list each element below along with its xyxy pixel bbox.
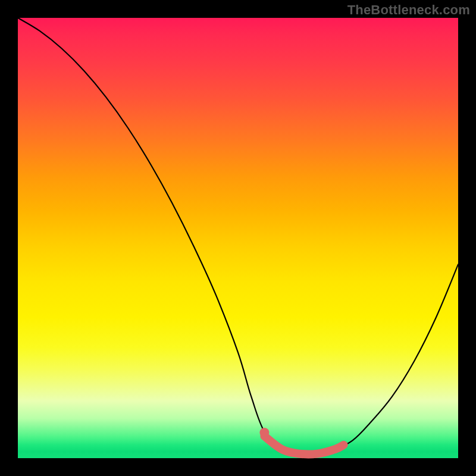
chart-frame: TheBottleneck.com — [0, 0, 476, 476]
plot-area — [18, 18, 458, 458]
optimal-zone-start-dot — [259, 428, 269, 437]
bottleneck-curve-path — [18, 18, 458, 455]
chart-svg — [18, 18, 458, 458]
optimal-zone-path — [264, 436, 343, 455]
watermark-text: TheBottleneck.com — [347, 2, 470, 18]
